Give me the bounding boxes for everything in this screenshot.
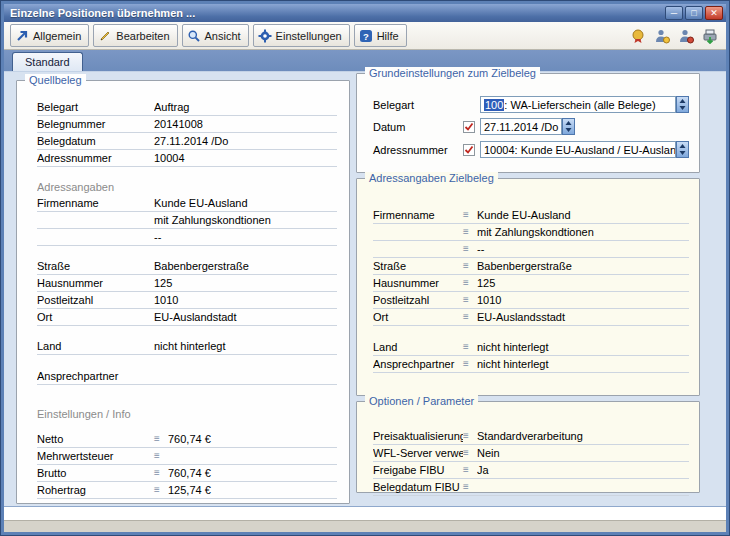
field-value: EU-Auslandstadt [154, 311, 337, 323]
field-value: Kunde EU-Ausland [477, 209, 689, 221]
field-row: Hausnummer ≡ 125 [373, 275, 689, 292]
field-label: Rohertrag [37, 484, 154, 496]
window-controls: ─ □ ✕ [665, 6, 723, 20]
einstellungen-button[interactable]: Einstellungen [253, 24, 350, 47]
field-label: Hausnummer [37, 277, 154, 289]
belegart-spinner[interactable] [676, 96, 689, 113]
approve-seal-icon[interactable] [628, 26, 648, 46]
field-label: Straße [37, 260, 154, 272]
belegart-combobox[interactable]: 100 : WA-Lieferschein (alle Belege) [480, 96, 676, 113]
group-grundeinstellungen: Grundeinstellungen zum Zielbeleg Belegar… [356, 73, 700, 173]
field-value: -- [477, 243, 689, 255]
field-value: 125 [477, 277, 689, 289]
help-icon: ? [359, 29, 373, 43]
field-value: nicht hinterlegt [477, 341, 689, 353]
mapping-icon: ≡ [463, 244, 477, 254]
field-label: Adressnummer [37, 152, 154, 164]
field-row: ≡ -- [373, 241, 689, 258]
mapping-icon: ≡ [463, 431, 477, 441]
datum-spinner[interactable] [562, 118, 575, 135]
toolbar: Allgemein Bearbeiten Ansicht Einstellung… [4, 22, 726, 50]
mapping-icon: ≡ [463, 359, 477, 369]
field-value: EU-Auslandsstadt [477, 311, 689, 323]
field-value: -- [154, 231, 337, 243]
mapping-icon: ≡ [463, 448, 477, 458]
field-row: Freigabe FIBU ≡ Ja [373, 462, 689, 479]
allgemein-button[interactable]: Allgemein [10, 24, 89, 47]
tab-standard[interactable]: Standard [12, 52, 83, 71]
adressnummer-combobox[interactable]: 10004: Kunde EU-Ausland / EU-Auslandssta… [480, 141, 676, 158]
group-optionen-title: Optionen / Parameter [365, 395, 478, 407]
magnifier-icon [187, 29, 201, 43]
field-value: 10004 [154, 152, 337, 164]
adressnummer-checkbox[interactable] [463, 144, 475, 156]
field-row: Belegnummer ≡ 20141008 [37, 116, 337, 133]
user-edit-icon[interactable] [676, 26, 696, 46]
field-label: Brutto [37, 467, 154, 479]
status-band [4, 520, 726, 532]
field-value: 125 [154, 277, 337, 289]
field-value: Babenbergerstraße [477, 260, 689, 272]
field-row: Mehrwertsteuer ≡ [37, 448, 337, 465]
field-row: Belegdatum FIBU ≡ [373, 479, 689, 496]
field-row: Ansprechpartner ≡ [37, 368, 337, 385]
field-value: Auftrag [154, 101, 337, 113]
mapping-icon: ≡ [463, 278, 477, 288]
field-label: WFL-Server verwenden [373, 447, 463, 459]
background-grid-row[interactable] [4, 506, 726, 520]
field-label: Einstellungen / Info [37, 408, 154, 420]
datum-field[interactable]: 27.11.2014 /Do [480, 118, 562, 135]
quellbeleg-rows: Belegart ≡ Auftrag Belegnummer ≡ 2014100… [37, 99, 337, 499]
printer-icon[interactable] [700, 26, 720, 46]
belegart-rest-text: : WA-Lieferschein (alle Belege) [504, 99, 655, 111]
ansicht-button-label: Ansicht [205, 30, 241, 42]
field-label: Belegdatum [37, 135, 154, 147]
field-value: 1010 [477, 294, 689, 306]
mapping-icon: ≡ [154, 434, 168, 444]
field-label: Postleitzahl [373, 294, 463, 306]
close-button[interactable]: ✕ [705, 6, 723, 20]
bearbeiten-button[interactable]: Bearbeiten [93, 24, 177, 47]
user-favorite-icon[interactable] [652, 26, 672, 46]
mapping-icon: ≡ [463, 295, 477, 305]
gear-icon [258, 29, 272, 43]
field-row: Ansprechpartner ≡ nicht hinterlegt [373, 356, 689, 373]
dialog-window: Einzelne Positionen übernehmen ... ─ □ ✕… [0, 0, 730, 536]
field-row: Hausnummer ≡ 125 [37, 275, 337, 292]
ansicht-button[interactable]: Ansicht [182, 24, 249, 47]
field-row: Ort ≡ EU-Auslandsstadt [373, 309, 689, 326]
group-quellbeleg: Quellbeleg Belegart ≡ Auftrag Belegnumme… [16, 80, 350, 504]
maximize-button[interactable]: □ [685, 6, 703, 20]
adressnummer-label: Adressnummer [373, 144, 463, 156]
optionen-rows: Preisaktualisierung ≡ Standardverarbeitu… [373, 428, 689, 496]
group-grundeinstellungen-title: Grundeinstellungen zum Zielbeleg [365, 67, 540, 79]
field-row: Postleitzahl ≡ 1010 [37, 292, 337, 309]
field-label: Freigabe FIBU [373, 464, 463, 476]
field-label: Belegdatum FIBU [373, 481, 463, 493]
field-row: Straße ≡ Babenbergerstraße [37, 258, 337, 275]
field-row: Firmenname ≡ Kunde EU-Ausland [373, 207, 689, 224]
field-value: Ja [477, 464, 689, 476]
datum-checkbox[interactable] [463, 121, 475, 133]
field-row: Ort ≡ EU-Auslandstadt [37, 309, 337, 326]
field-label: Land [373, 341, 463, 353]
field-row: ≡ -- [37, 229, 337, 246]
field-value: Babenbergerstraße [154, 260, 337, 272]
field-row: Land ≡ nicht hinterlegt [37, 338, 337, 355]
datum-row: Datum 27.11.2014 /Do [373, 118, 689, 135]
field-value: mit Zahlungskondtionen [477, 226, 689, 238]
field-label: Ort [37, 311, 154, 323]
minimize-button[interactable]: ─ [665, 6, 683, 20]
group-optionen-parameter: Optionen / Parameter Preisaktualisierung… [356, 401, 700, 493]
titlebar[interactable]: Einzelne Positionen übernehmen ... ─ □ ✕ [4, 4, 726, 22]
field-row: Netto ≡ 760,74 € [37, 431, 337, 448]
field-label: Ansprechpartner [37, 370, 154, 382]
field-label: Netto [37, 433, 154, 445]
belegart-selected-text: 100 [484, 99, 504, 111]
hilfe-button[interactable]: ? Hilfe [354, 24, 407, 47]
mapping-icon: ≡ [463, 227, 477, 237]
adressnummer-spinner[interactable] [676, 141, 689, 158]
field-label: Belegnummer [37, 118, 154, 130]
field-value: Kunde EU-Ausland [154, 197, 337, 209]
field-row: Adressangaben ≡ [37, 179, 337, 195]
